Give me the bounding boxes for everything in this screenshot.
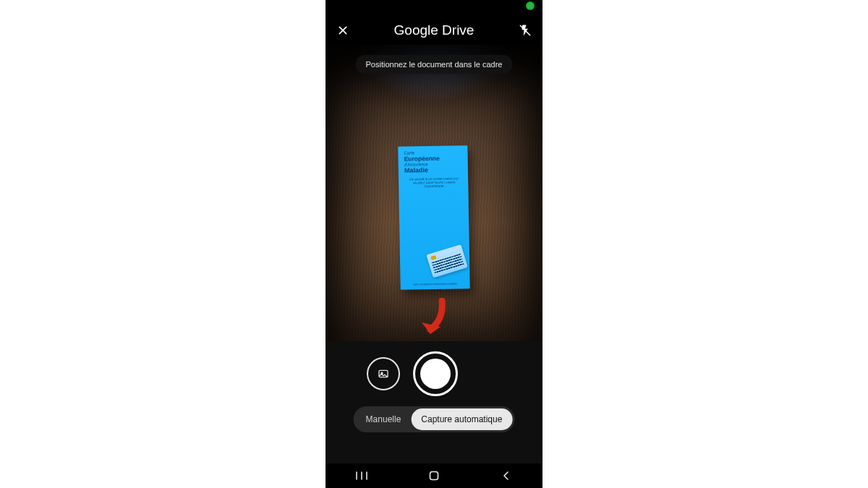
status-bar [326, 0, 542, 10]
svg-rect-8 [430, 472, 438, 480]
capture-mode-toggle: Manuelle Capture automatique [354, 406, 515, 432]
scanned-document: Carte Européenne d'Assurance Maladie EN … [398, 145, 469, 290]
close-button[interactable] [333, 20, 353, 40]
doc-footer: carte européenne d'assurance maladie [401, 283, 470, 287]
phone-frame: Google Drive Positionnez le document dan… [326, 0, 542, 488]
app-title: Google Drive [394, 22, 475, 38]
nav-back-icon [501, 471, 511, 481]
doc-card-illustration [426, 244, 467, 278]
shutter-button[interactable] [413, 351, 458, 396]
controls-row [326, 351, 542, 396]
controls-spacer [471, 359, 501, 389]
flash-toggle-button[interactable] [515, 20, 535, 40]
doc-tagline: EN SAVOIR PLUS VOTRE CARTE EST VALABLE D… [404, 178, 464, 189]
canvas: Google Drive Positionnez le document dan… [0, 0, 868, 488]
system-nav-bar [326, 463, 542, 488]
camera-indicator-icon [527, 2, 534, 9]
mode-manual[interactable]: Manuelle [356, 408, 412, 430]
top-bar: Google Drive [326, 16, 542, 45]
gallery-icon [378, 368, 389, 380]
nav-recents-icon [355, 471, 368, 481]
nav-home-icon [428, 470, 440, 481]
close-icon [337, 25, 349, 36]
gallery-button[interactable] [367, 357, 400, 390]
controls-panel: Manuelle Capture automatique [326, 341, 542, 463]
positioning-hint: Positionnez le document dans le cadre [356, 55, 513, 74]
camera-viewfinder[interactable]: Positionnez le document dans le cadre Ca… [326, 45, 542, 341]
nav-home-button[interactable] [412, 467, 456, 484]
mode-auto[interactable]: Capture automatique [411, 408, 512, 430]
nav-back-button[interactable] [485, 467, 528, 484]
nav-recents-button[interactable] [340, 467, 383, 484]
doc-line-4: Maladie [404, 166, 464, 174]
flash-off-icon [519, 24, 532, 37]
shutter-icon [420, 359, 451, 389]
